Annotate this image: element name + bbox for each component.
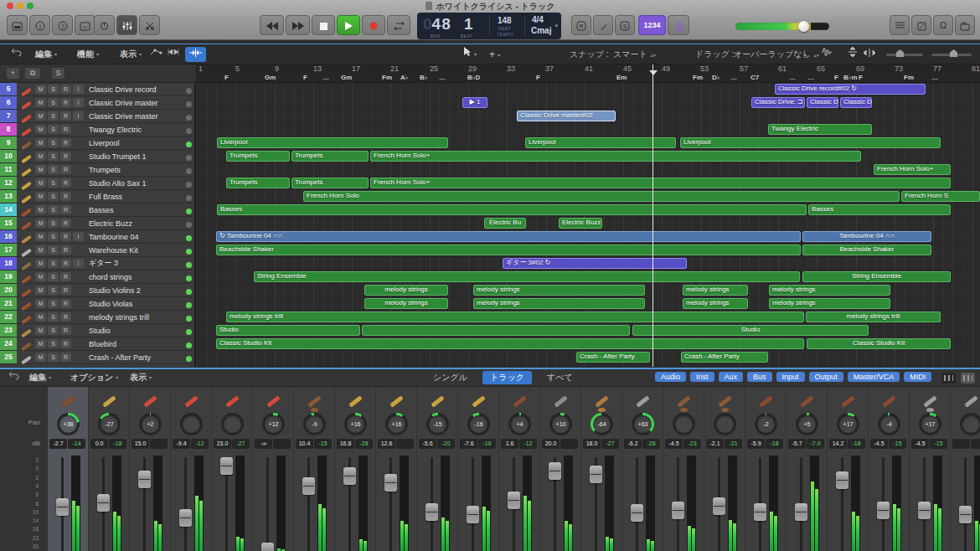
pan-knob[interactable]: -4 [878,413,900,435]
volume-fader[interactable] [261,543,274,551]
fader-db-value[interactable]: -4.5 [870,439,888,449]
record-button[interactable] [362,15,385,35]
volume-fader[interactable] [590,466,602,483]
track-name[interactable]: Electric Buzz [85,219,183,228]
peak-db-value[interactable]: -18 [766,439,783,449]
track-name[interactable]: Studio Alto Sax 1 [85,179,183,188]
mute-button[interactable]: M [35,85,46,94]
fader-db-value[interactable]: 20.0 [542,439,560,449]
pan-knob[interactable]: +4 [508,413,531,435]
pointer-tool-button[interactable]: ▾ [463,47,477,62]
mute-button[interactable]: M [35,232,46,241]
mute-button[interactable]: M [35,205,46,214]
region[interactable]: melody strings [364,285,448,296]
volume-fader[interactable] [713,497,725,515]
track-onoff-dot[interactable] [183,350,194,365]
fader-db-value[interactable]: -2.7 [49,439,67,449]
region[interactable]: Classic Drive: ⊐ [751,97,805,108]
mixer-channel-strip[interactable]: -15-5.6-20 [417,387,457,551]
master-volume-slider[interactable] [735,23,829,30]
mute-button[interactable]: M [35,272,46,281]
record-enable-button[interactable]: R [60,165,71,174]
region[interactable]: melody strings [769,298,890,309]
fader-db-value[interactable]: -∞ [255,439,272,449]
record-enable-button[interactable]: R [60,299,71,308]
solo-button[interactable]: S [48,98,59,107]
mute-button[interactable]: M [35,138,46,147]
region[interactable]: melody strings trill [806,312,941,322]
track-name[interactable]: Studio Violas [85,300,183,308]
pan-knob[interactable]: -16 [467,413,490,435]
region[interactable]: Liverpool [525,137,676,148]
pan-knob[interactable]: +17 [919,413,941,435]
region[interactable]: String Ensemble [254,271,800,282]
track-name[interactable]: Twangy Electric [85,126,183,134]
record-enable-button[interactable]: R [60,178,71,188]
region[interactable]: Classic Studio Kit [216,338,804,349]
mixer-channel-strip[interactable]: -2-5.9-18 [745,387,786,551]
fader-db-value[interactable]: -5.6 [419,439,436,449]
peak-db-value[interactable] [560,439,578,449]
mute-button[interactable]: M [35,339,46,348]
snap-popup[interactable]: スマート▴▾ [613,48,656,61]
region[interactable]: ギター 3#02 ↻ [503,258,687,269]
region[interactable]: Classic Studio Kit [807,338,951,349]
pan-knob[interactable]: -2 [755,413,777,435]
mute-button[interactable]: M [35,312,46,322]
peak-db-value[interactable]: -15 [889,439,906,449]
mute-button[interactable]: M [35,111,46,121]
record-enable-button[interactable]: R [60,192,71,201]
mute-button[interactable]: M [35,299,46,308]
track-name[interactable]: melody strings trill [85,313,183,322]
solo-button[interactable]: S [48,205,59,214]
fader-db-value[interactable]: 10.4 [296,439,313,449]
mute-button[interactable]: M [35,245,46,255]
volume-fader[interactable] [877,502,890,519]
duplicate-track-button[interactable]: ⧉ [25,68,40,79]
region[interactable]: French Horn Solo [303,191,900,202]
count-in-button[interactable]: 1234 [638,15,666,35]
add-track-button[interactable]: + [7,68,19,79]
pan-knob[interactable]: +12 [262,413,285,435]
mixer-channel-strip[interactable]: +5-5.7-7.0 [787,387,827,551]
arrange-menu-view[interactable]: 表示▾ [120,47,142,62]
mixer-filter-button[interactable]: Inst [690,372,714,382]
region[interactable]: ▶ 1 [462,97,487,108]
input-monitor-button[interactable]: I [73,111,84,121]
peak-db-value[interactable]: -27 [232,439,250,449]
region[interactable]: Beachside Shaker [802,245,931,255]
solo-button[interactable]: S [48,326,59,335]
peak-db-value[interactable] [273,439,291,449]
automation-icon[interactable] [150,47,163,62]
region[interactable]: French Horn Solo+ [370,151,861,162]
mixer-channel-strip[interactable]: 23.0-27 [212,387,252,551]
solo-button[interactable]: S [48,152,59,161]
mixer-back-icon[interactable] [8,370,19,385]
mixer-channel-strip[interactable]: +63-6.2-28 [622,387,663,551]
mixer-channel-strip[interactable]: -270.0-18 [89,387,129,551]
volume-fader[interactable] [384,474,397,492]
fader-db-value[interactable]: 12.6 [378,439,395,449]
pan-knob[interactable]: +16 [385,413,408,435]
solo-button[interactable]: S [48,125,59,134]
mixer-filter-button[interactable]: Master/VCA [848,372,900,382]
region[interactable]: melody strings [473,298,645,309]
region[interactable]: Classic Drive master#02 [517,111,616,121]
mixer-menu-view[interactable]: 表示▾ [130,370,152,385]
lcd-chevron-icon[interactable]: ▾ [554,23,558,29]
horizontal-zoom-slider[interactable] [931,54,972,56]
region[interactable]: ↻ Tambourine 04 ∩∩ [216,231,801,242]
solo-button[interactable]: S [48,178,59,188]
flex-icon[interactable] [167,47,180,62]
solo-button[interactable]: S [48,286,59,295]
stop-button[interactable] [312,15,335,35]
record-enable-button[interactable]: R [60,326,71,335]
mixer-channel-strip[interactable]: +1616.8-28 [335,387,375,551]
mixer-channel-strip[interactable]: -6418.0-27 [581,387,622,551]
solo-button[interactable]: S [48,339,59,348]
vertical-zoom-button[interactable] [848,47,858,62]
track-name[interactable]: Trumpets [85,166,183,174]
forward-button[interactable] [286,15,310,35]
track-name[interactable]: Basses [85,206,183,214]
region[interactable]: Trumpets [291,178,369,188]
